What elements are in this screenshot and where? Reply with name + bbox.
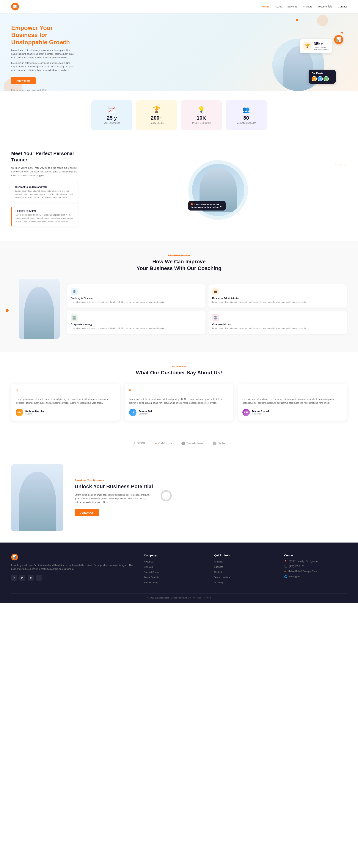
trainer-card-2-text: Lorem ipsum dolor sit amet, consectetur … [15,213,74,223]
social-twitter[interactable]: 𝕏 [11,575,17,581]
trainer-image-container: Learn the latest skills like business co… [192,164,244,216]
deco-dots-grid [335,164,347,166]
experts-label: Our Exerts [312,72,333,75]
nav-about[interactable]: About [275,5,282,8]
testimonial-card-1: " Lorem ipsum dolor sit amet, consectetu… [11,384,120,421]
stat-label2: with Satisfaction [314,49,329,51]
footer-link-about[interactable]: About Us [144,560,153,563]
brand-berg: ∧BERG [133,441,145,445]
hero-row: Empower Your Business for Unstoppable Gr… [11,24,347,91]
footer-social-handle: 🌐 Youralypoid [284,575,347,578]
nav-services[interactable]: Services [287,5,297,8]
signup-text: Sign up for motivation speaker SIGNUP [11,89,74,91]
services-man-image [19,279,60,339]
author-info-3: Dianne Russell Customer [252,410,269,415]
trainer-card-1-text: Lorem ipsum dolor sit amet, consectetur … [15,189,74,199]
footer-email-text: Michael.Mitc@Example.Com [288,570,317,572]
footer-link-blog[interactable]: Our Blog [214,581,223,584]
service-card-banking: 🏦 Banking & Finance Lorem ipsum dolor si… [67,284,205,308]
trainer-skill-badge: Learn the latest skills like business co… [188,201,226,211]
testimonial-card-2: " Lorem ipsum dolor sit amet, consectetu… [125,384,233,421]
hero-left: Empower Your Business for Unstoppable Gr… [11,24,86,91]
unlock-section: Transform Your Business Unlock Your Busi… [0,453,358,542]
footer-link-contact[interactable]: Contact [214,571,222,574]
author-role-3: Customer [252,413,269,415]
trainer-heading: Meet Your Perfect Personal Trainer [11,150,78,163]
hero-stat-card: 🏆 35k+ Cases Solved with Satisfaction [300,39,332,53]
stat-label1: Cases Solved [314,46,329,49]
service-title-corporate: Corporate strategy [71,323,202,326]
logo-icon: 📊 [11,3,19,10]
avatar-1: A [312,76,317,81]
footer-link-submit[interactable]: Submit Listing [144,581,158,584]
footer-link-sitemap[interactable]: Site Map [144,566,153,568]
nav-projects[interactable]: Projects [303,5,312,8]
contact-us-button[interactable]: Contact Us [74,509,99,517]
nav-links: Home About Services Projects Testimonial… [262,5,347,8]
testimonial-author-1: KM Kathryn Murphy Customer [16,409,116,416]
author-role-2: Customer [139,413,153,415]
deco-dot-services [6,309,8,312]
footer-link-terms-condition[interactable]: Terms condition [214,576,230,579]
service-title-admin: Business Administrator [212,297,343,300]
stat-box-speaker: 👥 30 Motivation Speaker [226,100,267,130]
footer-address: 📍 2118 Thornridge Cir. Syracuse [284,560,347,563]
trainer-card-1: We want to understand you Lorem ipsum do… [11,182,78,203]
experts-card: Our Exerts A B C 4+ [308,70,336,84]
logo: 📊 [11,3,19,10]
know-more-button[interactable]: Know More [11,77,36,84]
stat-box-icon-4: 👥 [229,106,263,113]
social-facebook[interactable]: f [36,575,42,581]
stat-box-icon-2: 🏆 [140,106,173,113]
stat-num-4: 30 [229,115,263,121]
stat-box-icon-3: 💡 [185,106,218,113]
experts-count: 4+ [330,78,333,80]
stat-box-icon-1: 📈 [95,106,129,113]
footer-link-support[interactable]: Support Center [144,571,159,574]
navbar: 📊 Home About Services Projects Testimoni… [0,0,358,13]
service-card-corporate: 🏢 Corporate strategy Lorem ipsum dolor s… [67,311,205,334]
testimonial-text-3: Lorem ipsum dolor sit amet, consectetur … [242,397,342,405]
footer-contact-heading: Contact [284,554,347,557]
avatar-3: C [324,76,329,81]
testimonial-author-3: DR Dianne Russell Customer [242,409,342,416]
brand-bello: Bello [213,441,225,445]
footer-about-col: 📊 It is a long established fact that a r… [11,554,136,586]
avatar-2: B [318,76,323,81]
footer-quicklinks-heading: Quick Links [214,554,277,557]
unlock-text-block: Transform Your Business Unlock Your Busi… [74,479,153,517]
footer-quicklinks-list: Financial Business Contact Terms conditi… [214,560,277,584]
stats-section: 📈 25 y Year Experience 🏆 200+ Happy Clie… [0,91,358,139]
social-youtube[interactable]: ▶ [20,575,25,581]
unlock-person-image [11,464,63,531]
footer-company-col: Company About Us Site Map Support Center… [144,554,206,586]
hero-chart-icon: 📊 [334,35,343,44]
nav-home[interactable]: Home [262,5,269,8]
service-icon-corporate: 🏢 [71,314,77,321]
service-icon-banking: 🏦 [71,288,77,295]
service-text-banking: Lorem ipsum dolor sit amet, consectetur … [71,301,202,304]
trainer-left: Meet Your Perfect Personal Trainer We kn… [11,150,78,229]
footer-link-financial[interactable]: Financial [214,560,223,563]
avatar-kathryn: KM [16,409,23,416]
hero-content: Empower Your Business for Unstoppable Gr… [11,24,74,91]
service-icon-law: ⚖️ [212,314,219,321]
unlock-content: Transform Your Business Unlock Your Busi… [74,479,347,517]
quote-icon-2: " [129,388,229,395]
footer-link-terms[interactable]: Terms Condition [144,576,160,579]
testimonials-heading: What Our Customer Say About Us! [11,369,347,376]
social-icon-footer: 🌐 [284,575,287,578]
trainer-badge-text: Learn the latest skills like business co… [191,203,222,208]
nav-contact[interactable]: Contact [338,5,347,8]
footer-link-business[interactable]: Business [214,566,223,568]
avatar-dianne: DR [242,409,250,416]
social-instagram[interactable]: ◉ [28,575,34,581]
footer-grid: 📊 It is a long established fact that a r… [11,554,347,586]
footer-quicklinks-col: Quick Links Financial Business Contact T… [214,554,277,586]
testimonials-section: Testimonials What Our Customer Say About… [0,352,358,434]
footer-copyright: © 2023 Business Coach | Designed By Kirt… [11,593,347,599]
nav-testimonials[interactable]: Testimonials [318,5,332,8]
author-name-1: Kathryn Murphy [25,410,44,413]
phone-icon: 📞 [284,565,287,568]
footer-email: ✉ Michael.Mitc@Example.Com [284,570,347,573]
